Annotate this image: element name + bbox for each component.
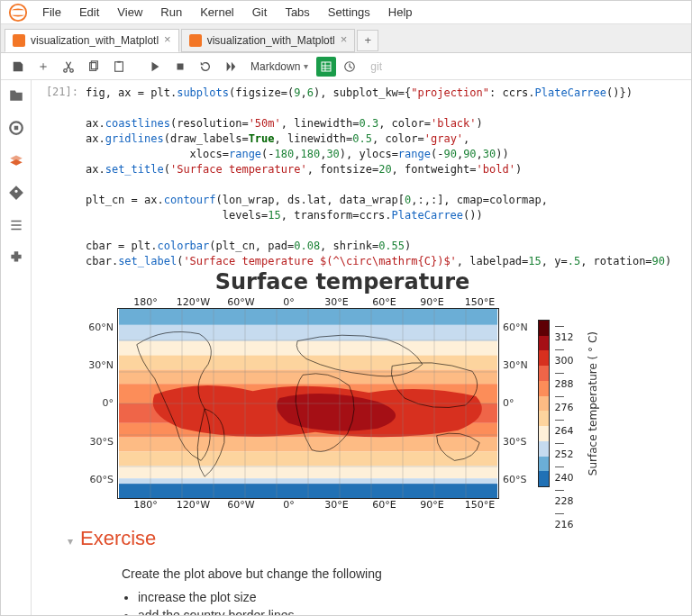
x-ticks-top: 180°120°W60°W0°30°E60°E90°E150°E: [122, 296, 504, 308]
running-icon[interactable]: [8, 120, 24, 136]
restart-button[interactable]: [194, 56, 217, 77]
document-tabs: visualization_with_Matplotl × visualizat…: [1, 24, 691, 53]
tab-1[interactable]: visualization_with_Matplotl ×: [181, 29, 356, 52]
run-all-button[interactable]: [219, 56, 242, 77]
app-root: File Edit View Run Kernel Git Tabs Setti…: [0, 0, 692, 616]
extensions-icon[interactable]: [8, 249, 24, 266]
svg-rect-7: [178, 63, 184, 69]
code-cell: [21]: fig, ax = plt.subplots(figsize=(9,…: [32, 80, 691, 512]
notebook-icon: [189, 34, 202, 47]
cut-button[interactable]: [57, 56, 80, 77]
spreadsheet-icon[interactable]: [316, 57, 336, 77]
tab-close-icon[interactable]: ×: [341, 32, 348, 46]
exercise-intro: Create the plot above but change the fol…: [122, 566, 673, 581]
filebrowser-icon[interactable]: [8, 87, 24, 104]
menu-settings[interactable]: Settings: [319, 3, 379, 22]
menu-edit[interactable]: Edit: [70, 3, 108, 22]
chevron-down-icon: ▾: [304, 61, 308, 71]
list-item: add the country border lines: [138, 608, 673, 615]
notebook-toolbar: ＋ Markdown ▾ git: [1, 53, 691, 80]
svg-point-1: [64, 68, 68, 72]
svg-rect-14: [14, 126, 18, 131]
toc-icon[interactable]: [8, 217, 24, 233]
exercise-list: increase the plot size add the country b…: [138, 590, 673, 615]
svg-point-0: [10, 4, 26, 20]
stop-button[interactable]: [168, 56, 192, 77]
y-ticks-left: 60°N30°N0°30°S60°S: [86, 308, 117, 499]
scheduler-icon[interactable]: [338, 56, 361, 77]
exercise-heading: Exercise: [80, 527, 156, 550]
map-area: [117, 308, 499, 499]
git-icon[interactable]: [8, 185, 24, 201]
menu-file[interactable]: File: [33, 3, 70, 22]
git-indicator: git: [370, 60, 382, 73]
collapse-triangle-icon[interactable]: ▾: [68, 535, 73, 548]
insert-cell-button[interactable]: ＋: [32, 56, 55, 77]
main-menu: File Edit View Run Kernel Git Tabs Setti…: [1, 1, 691, 24]
plot-output: Surface temperature 180°120°W60°W0°30°E6…: [86, 269, 599, 511]
copy-button[interactable]: [82, 56, 105, 77]
colorbar-ticks: — 312— 300— 288— 276— 264— 252— 240— 228…: [555, 320, 579, 487]
left-sidebar: [1, 80, 32, 615]
notebook-panel[interactable]: [21]: fig, ax = plt.subplots(figsize=(9,…: [32, 80, 691, 615]
code-editor[interactable]: fig, ax = plt.subplots(figsize=(9,6), su…: [86, 86, 677, 269]
menu-kernel[interactable]: Kernel: [191, 3, 243, 22]
plot-title: Surface temperature: [86, 269, 599, 294]
cell-prompt: [21]:: [32, 86, 86, 511]
list-item: increase the plot size: [138, 590, 673, 604]
x-ticks-bottom: 180°120°W60°W0°30°E60°E90°E150°E: [122, 499, 504, 511]
menu-view[interactable]: View: [108, 3, 151, 22]
tab-label: visualization_with_Matplotl: [207, 34, 335, 47]
stack-icon[interactable]: [8, 152, 24, 168]
jupyter-logo: [8, 3, 28, 23]
tab-close-icon[interactable]: ×: [164, 32, 171, 46]
paste-button[interactable]: [107, 56, 131, 77]
tab-0[interactable]: visualization_with_Matplotl ×: [5, 29, 179, 52]
workspace-body: [21]: fig, ax = plt.subplots(figsize=(9,…: [1, 80, 691, 615]
svg-point-2: [70, 68, 74, 72]
cell-type-label: Markdown: [250, 60, 300, 73]
y-ticks-right: 60°N30°N0°30°S60°S: [499, 308, 531, 499]
markdown-cell: ▾ Exercise Create the plot above but cha…: [32, 512, 691, 615]
colorbar-bar: [538, 320, 550, 487]
add-tab-button[interactable]: +: [357, 30, 378, 51]
colorbar: — 312— 300— 288— 276— 264— 252— 240— 228…: [538, 308, 599, 499]
menu-tabs[interactable]: Tabs: [276, 3, 318, 22]
svg-rect-6: [117, 60, 121, 62]
svg-rect-5: [115, 61, 123, 71]
menu-help[interactable]: Help: [379, 3, 422, 22]
menu-git[interactable]: Git: [243, 3, 277, 22]
run-button[interactable]: [143, 56, 167, 77]
menu-run[interactable]: Run: [151, 3, 191, 22]
notebook-icon: [13, 34, 25, 47]
tab-label: visualization_with_Matplotl: [31, 34, 159, 47]
save-button[interactable]: [6, 56, 30, 77]
colorbar-label: Surface temperature ( ° C): [587, 331, 599, 476]
svg-rect-8: [322, 62, 331, 71]
cell-type-select[interactable]: Markdown ▾: [244, 57, 314, 77]
